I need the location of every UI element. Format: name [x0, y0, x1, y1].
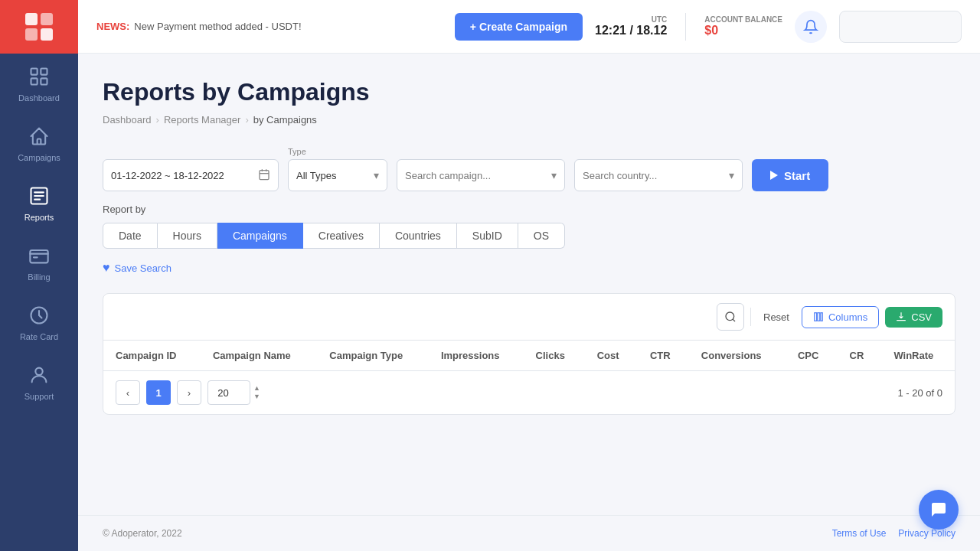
campaign-dropdown-icon: ▾: [551, 169, 557, 181]
sidebar: Dashboard Campaigns Reports: [0, 0, 78, 551]
report-tab-hours[interactable]: Hours: [158, 223, 217, 249]
search-icon: [724, 311, 737, 323]
chat-bubble[interactable]: [919, 490, 959, 530]
csv-label: CSV: [911, 311, 932, 323]
create-campaign-label: + Create Campaign: [470, 21, 567, 33]
main-area: NEWS: New Payment method added - USDT! +…: [78, 0, 980, 551]
report-tab-subid[interactable]: SubID: [457, 223, 518, 249]
support-icon: [27, 363, 51, 387]
report-tab-campaigns[interactable]: Campaigns: [217, 223, 303, 249]
columns-label: Columns: [828, 311, 867, 323]
report-tab-os[interactable]: OS: [518, 223, 565, 249]
breadcrumb-home[interactable]: Dashboard: [103, 114, 152, 126]
svg-rect-6: [31, 78, 38, 84]
breadcrumb-sep-1: ›: [156, 114, 159, 126]
col-cr: CR: [838, 341, 882, 371]
country-search-wrap: ▾: [574, 159, 743, 191]
report-tab-date[interactable]: Date: [103, 223, 158, 249]
report-by-label: Report by: [103, 204, 956, 215]
bell-icon: [803, 19, 818, 34]
per-page-input[interactable]: [207, 380, 250, 405]
svg-rect-23: [815, 313, 817, 321]
col-campaign-id: Campaign ID: [103, 341, 201, 371]
svg-rect-4: [31, 69, 38, 75]
table-area: Reset Columns CSV: [103, 293, 956, 415]
type-select-wrap: All Types Push Popunder Native Banner ▾: [288, 159, 387, 191]
terms-link[interactable]: Terms of Use: [832, 528, 887, 539]
reset-button[interactable]: Reset: [757, 311, 795, 323]
col-campaign-type: Campaign Type: [317, 341, 429, 371]
logo[interactable]: [0, 0, 78, 54]
data-table: Campaign ID Campaign Name Campaign Type …: [103, 341, 955, 371]
per-page-wrap: ▲ ▼: [207, 380, 262, 405]
columns-button[interactable]: Columns: [802, 306, 879, 328]
profile-area[interactable]: [839, 11, 962, 43]
report-tab-creatives[interactable]: Creatives: [303, 223, 380, 249]
heart-icon: ♥: [103, 261, 110, 275]
campaign-filter-group: ▾: [397, 159, 565, 191]
type-label: Type: [288, 147, 387, 156]
utc-block: UTC 12:21 / 18.12: [595, 15, 667, 37]
balance-block: ACCOUNT BALANCE $0: [704, 15, 782, 37]
sidebar-item-campaigns[interactable]: Campaigns: [0, 113, 78, 173]
svg-rect-5: [41, 69, 47, 75]
type-select[interactable]: All Types Push Popunder Native Banner: [296, 170, 374, 181]
logo-icon: [22, 10, 56, 44]
svg-line-22: [733, 319, 735, 321]
download-icon: [896, 311, 906, 322]
sidebar-item-reports[interactable]: Reports: [0, 173, 78, 233]
table-search-button[interactable]: [717, 303, 744, 331]
page-content: Reports by Campaigns Dashboard › Reports…: [78, 54, 980, 515]
csv-button[interactable]: CSV: [885, 307, 942, 328]
next-page-button[interactable]: ›: [177, 380, 201, 405]
svg-rect-2: [25, 28, 38, 41]
billing-icon: [27, 243, 51, 268]
sidebar-item-ratecard[interactable]: Rate Card: [0, 292, 78, 352]
table-header-row: Campaign ID Campaign Name Campaign Type …: [103, 341, 955, 371]
report-by-section: Report by Date Hours Campaigns Creatives…: [103, 204, 956, 249]
sidebar-item-billing[interactable]: Billing: [0, 233, 78, 292]
sidebar-item-support[interactable]: Support: [0, 352, 78, 412]
per-page-down[interactable]: ▼: [252, 393, 262, 401]
chat-icon: [929, 500, 948, 519]
type-arrow-icon: ▾: [374, 169, 379, 181]
create-campaign-button[interactable]: + Create Campaign: [455, 13, 583, 41]
date-range-input-wrap: [103, 159, 279, 191]
prev-page-button[interactable]: ‹: [116, 380, 140, 405]
balance-label: ACCOUNT BALANCE: [704, 15, 782, 24]
start-button[interactable]: Start: [752, 159, 828, 191]
toolbar-separator: [750, 308, 751, 326]
save-search-label: Save Search: [115, 262, 172, 274]
report-by-tabs: Date Hours Campaigns Creatives Countries…: [103, 223, 956, 249]
balance-value: $0: [704, 24, 782, 37]
utc-time: 12:21 / 18.12: [595, 24, 667, 37]
country-search-input[interactable]: [583, 170, 729, 181]
campaigns-icon: [27, 124, 51, 148]
col-impressions: Impressions: [429, 341, 524, 371]
breadcrumb-section[interactable]: Reports Manager: [164, 114, 240, 126]
svg-rect-1: [41, 13, 53, 25]
col-ctr: CTR: [638, 341, 689, 371]
save-search-row[interactable]: ♥ Save Search: [103, 261, 956, 275]
breadcrumb: Dashboard › Reports Manager › by Campaig…: [103, 114, 956, 126]
svg-rect-25: [821, 313, 822, 321]
privacy-link[interactable]: Privacy Policy: [898, 528, 956, 539]
per-page-up[interactable]: ▲: [252, 384, 262, 393]
svg-rect-0: [25, 13, 38, 25]
breadcrumb-current: by Campaigns: [253, 114, 317, 126]
campaign-search-input[interactable]: [405, 170, 551, 181]
start-label: Start: [784, 169, 810, 182]
footer-copyright: © Adoperator, 2022: [103, 528, 182, 539]
notification-button[interactable]: [795, 11, 827, 43]
table-toolbar: Reset Columns CSV: [103, 294, 955, 341]
date-range-input[interactable]: [111, 170, 253, 181]
country-dropdown-icon: ▾: [729, 169, 734, 181]
divider: [685, 13, 686, 41]
country-filter-group: ▾: [574, 159, 743, 191]
report-tab-countries[interactable]: Countries: [380, 223, 457, 249]
sidebar-item-dashboard[interactable]: Dashboard: [0, 54, 78, 113]
footer-links: Terms of Use Privacy Policy: [832, 528, 956, 539]
breadcrumb-sep-2: ›: [245, 114, 248, 126]
type-filter-group: Type All Types Push Popunder Native Bann…: [288, 147, 387, 191]
news-banner: NEWS: New Payment method added - USDT!: [96, 21, 443, 32]
